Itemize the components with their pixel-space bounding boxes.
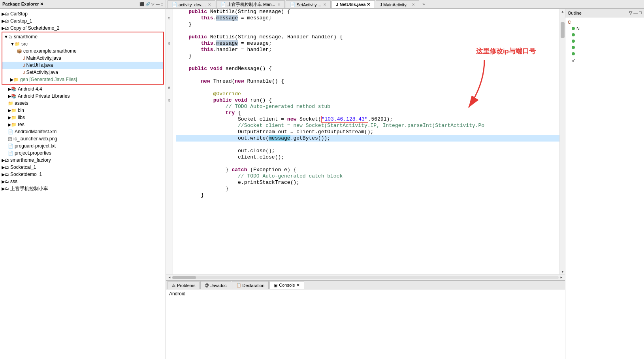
tree-item-setactivity[interactable]: J SetActivity.java [2, 69, 163, 76]
tree-item-smarthome[interactable]: ▼🗂 smarthome [2, 33, 163, 40]
horizontal-scrollbar[interactable]: ◀ ▶ [166, 274, 565, 280]
code-line-8: } [176, 53, 559, 59]
vertical-scrollbar[interactable]: ▲ ▼ [559, 9, 565, 274]
code-line-9 [176, 59, 559, 66]
outline-menu-icon[interactable]: ▽ [629, 10, 632, 15]
item-label: NetUtils.java [26, 62, 53, 68]
tab-console[interactable]: ▣ Console ✕ [269, 281, 304, 289]
tree-item-shangguancar[interactable]: ▶🗂 上官手机控制小车 [0, 185, 166, 192]
declaration-icon: 📋 [236, 283, 241, 287]
java-icon: J [23, 63, 25, 68]
tab-declaration[interactable]: 📋 Declaration [232, 281, 269, 289]
scroll-down-arrow[interactable]: ▼ [560, 269, 565, 274]
scroll-right-arrow[interactable]: ▶ [559, 275, 564, 280]
tree-item-proguard[interactable]: 📄 proguard-project.txt [0, 142, 166, 149]
smarthome-annotation-box: ▼🗂 smarthome ▼📁 src 📦 com.exampl [2, 32, 164, 85]
field-dot [572, 33, 575, 36]
outline-minimize-icon[interactable]: — [633, 10, 638, 15]
tab-close[interactable]: ✕ [277, 2, 281, 7]
tree-item-android44[interactable]: ▶📚 Android 4.4 [0, 85, 166, 93]
tree-item-res[interactable]: ▶📁 res [0, 121, 166, 128]
tab-shangguan[interactable]: 📄 上官手机控制小车 Man... ✕ [216, 0, 285, 8]
tree-item-smarthomefactory[interactable]: ▶🗂 smarthome_factory [0, 157, 166, 164]
menu-icon[interactable]: ▽ [151, 2, 154, 6]
field-dot [572, 40, 575, 43]
code-line-23: out.close(); [176, 148, 559, 154]
tab-icon: 📄 [290, 2, 296, 7]
item-label: 上官手机控制小车 [10, 185, 48, 192]
code-line-7: this.handler = handler; [176, 47, 559, 53]
code-line-4 [176, 28, 559, 34]
package-explorer: Package Explorer ✕ ⬛ 🔗 ▽ — □ ▶🗂 CarStop … [0, 0, 166, 359]
collapse-btn-1[interactable]: ⊖ [166, 15, 172, 21]
tree-item-copysocketdemo[interactable]: ▶🗂 Copy of Socketdemo_2 [0, 25, 166, 32]
tree-item-assets[interactable]: 📁 assets [0, 100, 166, 107]
outline-item-n[interactable]: N [571, 25, 642, 32]
scrollbar-thumb[interactable] [561, 22, 565, 38]
collapse-all-icon[interactable]: ⬛ [139, 2, 144, 6]
tab-activitydev[interactable]: 📄 activity_dev.... ✕ [168, 0, 215, 8]
code-line-3: } [176, 21, 559, 28]
tab-label: Console ✕ [279, 283, 299, 288]
project-icon: ▶🗂 [2, 158, 9, 163]
tab-label: 上官手机控制小车 Man... [227, 2, 275, 8]
code-line-25 [176, 161, 559, 167]
outline-item-c[interactable]: C [567, 19, 642, 25]
code-line-19: //Socket client = new Socket(StartActivi… [176, 123, 559, 129]
collapse-btn-3[interactable]: ⊖ [166, 85, 172, 91]
tree-item-iclauncher[interactable]: 🖼 ic_launcher-web.png [0, 135, 166, 142]
outline-maximize-icon[interactable]: □ [639, 10, 642, 15]
tab-problems[interactable]: ⚠ Problems [168, 281, 200, 289]
collapse-btn-4[interactable]: ⊖ [166, 97, 172, 104]
tab-mainactivity[interactable]: J MainActivity... ✕ [376, 0, 420, 8]
tree-item-gen[interactable]: ▶📁 gen [Generated Java Files] [2, 76, 163, 83]
tree-item-netutils[interactable]: J NetUtils.java [2, 62, 163, 69]
tree-item-carstop1[interactable]: ▶🗂 Carstop_1 [0, 17, 166, 25]
tab-close[interactable]: ✕ [412, 2, 415, 7]
editor-tabs: 📄 activity_dev.... ✕ 📄 上官手机控制小车 Man... ✕… [166, 0, 644, 9]
tree-item-src[interactable]: ▼📁 src [2, 40, 163, 47]
outline-header: Outline ▽ — □ [565, 9, 644, 17]
h-scroll-thumb[interactable] [172, 276, 196, 279]
tab-icon: 📄 [172, 2, 177, 7]
javadoc-icon: @ [205, 283, 209, 287]
scrollbar-track[interactable] [560, 14, 565, 269]
tree-item-sss[interactable]: ▶🗂 sss [0, 178, 166, 185]
tree-item-carstop[interactable]: ▶🗂 CarStop [0, 10, 166, 17]
tree-item-mainactivity[interactable]: J MainActivity.java [2, 55, 163, 62]
h-scroll-track[interactable] [172, 276, 559, 279]
package-explorer-title: Package Explorer ✕ [2, 2, 43, 7]
tab-close[interactable]: ✕ [323, 2, 326, 7]
tab-netutils[interactable]: J NetUtils.java ✕ [331, 0, 375, 8]
tree-item-androidprivate[interactable]: ▶📚 Android Private Libraries [0, 93, 166, 100]
tab-overflow[interactable]: » [420, 0, 427, 8]
minimize-icon[interactable]: — [156, 2, 160, 6]
outline-title: Outline [568, 11, 582, 15]
collapse-btn-2[interactable]: ⊖ [166, 40, 172, 47]
tree-item-bin[interactable]: ▶📁 bin [0, 107, 166, 114]
scroll-left-arrow[interactable]: ◀ [167, 275, 172, 280]
tree-item-package[interactable]: 📦 com.example.smarthome [2, 47, 163, 55]
tree-item-projectprops[interactable]: 📄 project.properties [0, 149, 166, 157]
project-icon: ▶🗂 [2, 186, 9, 191]
main-layout: Package Explorer ✕ ⬛ 🔗 ▽ — □ ▶🗂 CarStop … [0, 0, 644, 359]
field-dot [572, 46, 575, 49]
tree-item-androidmanifest[interactable]: 📄 AndroidManifest.xml [0, 128, 166, 135]
maximize-icon[interactable]: □ [161, 2, 163, 6]
package-icon: 📦 [17, 49, 22, 54]
tab-setactivity[interactable]: 📄 SetActivity.... ✕ [286, 0, 331, 8]
item-label: MainActivity.java [26, 55, 61, 61]
item-label: res [18, 122, 24, 127]
editor-code[interactable]: 这里修改ip与端口号 [173, 9, 559, 274]
scroll-up-arrow[interactable]: ▲ [560, 9, 565, 14]
tree-item-libs[interactable]: ▶📁 libs [0, 114, 166, 121]
tree-item-socketdemo1[interactable]: ▶🗂 Socketdemo_1 [0, 171, 166, 178]
code-line-30: } [176, 192, 559, 198]
code-line-27: // TODO Auto-generated catch block [176, 173, 559, 180]
item-label: assets [15, 100, 28, 106]
tab-close[interactable]: ✕ [208, 2, 211, 7]
link-icon[interactable]: 🔗 [145, 2, 150, 6]
tab-javadoc[interactable]: @ Javadoc [200, 281, 231, 289]
tree-item-socketcai1[interactable]: ▶🗂 Socketcai_1 [0, 164, 166, 171]
png-icon: 🖼 [8, 136, 12, 141]
